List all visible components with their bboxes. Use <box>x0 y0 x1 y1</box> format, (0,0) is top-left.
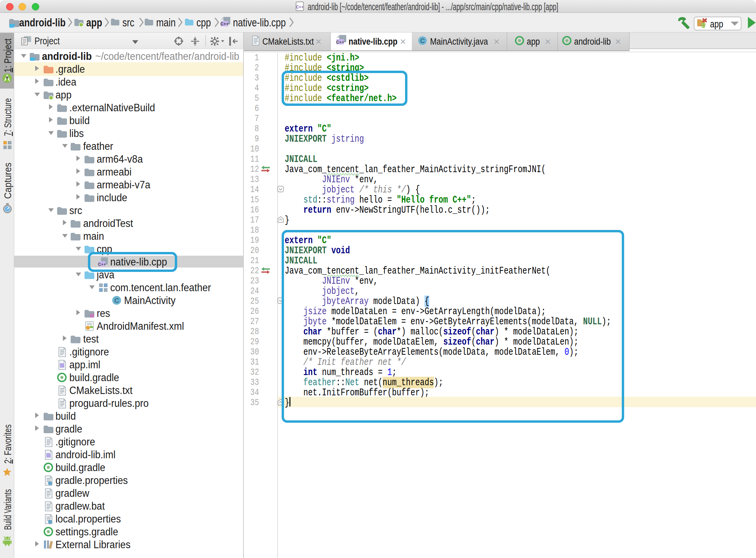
svg-text:C++: C++ <box>336 40 344 45</box>
svg-text:C: C <box>114 297 119 304</box>
svg-text:C++: C++ <box>220 21 229 26</box>
svg-text:C: C <box>420 37 425 44</box>
svg-text:C++: C++ <box>296 5 304 9</box>
